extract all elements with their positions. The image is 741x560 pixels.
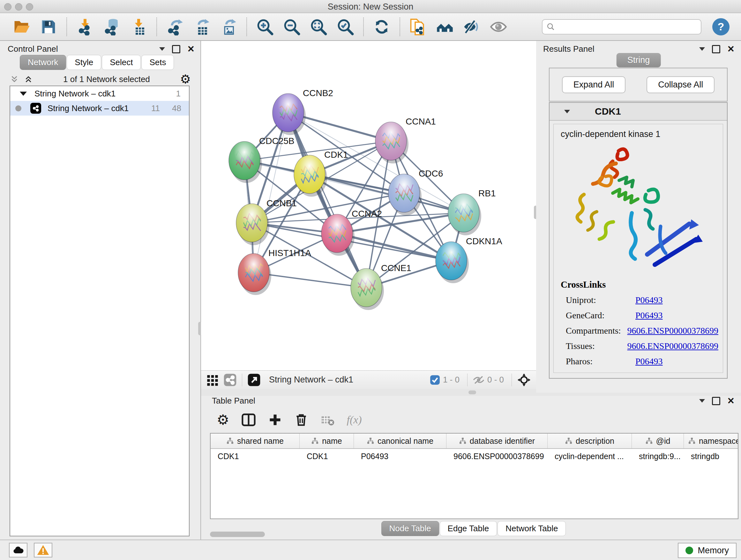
first-neighbors-icon[interactable]: [435, 17, 454, 36]
table-options-gear-icon[interactable]: ⚙: [217, 413, 229, 427]
tab-network-table[interactable]: Network Table: [497, 521, 566, 536]
import-network-file-icon[interactable]: [76, 17, 94, 36]
column-header--id[interactable]: @id: [632, 434, 684, 448]
tab-style[interactable]: Style: [67, 55, 101, 70]
crosslink-link[interactable]: P06493: [635, 295, 663, 305]
network-row[interactable]: String Network – cdk1 11 48: [10, 101, 189, 116]
column-header-name[interactable]: name: [300, 434, 354, 448]
column-header-description[interactable]: description: [548, 434, 632, 448]
zoom-out-icon[interactable]: [282, 17, 301, 36]
node-cdc6[interactable]: CDC6: [388, 169, 443, 215]
zoom-in-icon[interactable]: [256, 17, 274, 36]
birds-eye-view-icon[interactable]: [517, 373, 531, 387]
close-panel-icon[interactable]: ✕: [727, 396, 735, 406]
table-cell[interactable]: CDK1: [211, 449, 300, 463]
collection-label: String Network – cdk1: [35, 89, 116, 99]
float-panel-icon[interactable]: [712, 397, 720, 405]
column-header-shared-name[interactable]: shared name: [211, 434, 300, 448]
import-network-database-icon[interactable]: [103, 17, 121, 36]
node-cdkn1a[interactable]: CDKN1A: [435, 236, 502, 283]
node-label-ccnb1: CCNB1: [266, 198, 297, 208]
table-cell[interactable]: P06493: [354, 449, 447, 463]
tab-select[interactable]: Select: [102, 55, 141, 70]
gene-entry-header[interactable]: CDK1: [549, 103, 727, 121]
table-toolbar: ⚙ f(x): [211, 409, 368, 430]
hide-selected-icon[interactable]: [462, 17, 481, 36]
node-cdk1[interactable]: CDK1: [294, 150, 348, 197]
node-count: 11: [151, 104, 160, 113]
open-in-window-icon[interactable]: [247, 373, 261, 387]
collapse-all-button[interactable]: Collapse All: [647, 76, 715, 93]
tab-edge-table[interactable]: Edge Table: [440, 521, 497, 536]
column-header-database-identifier[interactable]: database identifier: [447, 434, 548, 448]
expand-all-button[interactable]: Expand All: [562, 76, 626, 93]
network-canvas[interactable]: CCNB2CCNA1CDC25BCDK1CDC6RB1CCNB1CCNA2CDK…: [201, 41, 536, 370]
table-cell[interactable]: stringdb: [684, 449, 738, 463]
grid-view-icon[interactable]: [206, 374, 219, 386]
collapse-all-icon[interactable]: [10, 74, 19, 84]
crosslink-link[interactable]: 9606.ENSP00000378699: [627, 326, 718, 336]
separator: [467, 374, 468, 386]
show-graphics-details-icon[interactable]: [489, 17, 508, 36]
node-ccne1[interactable]: CCNE1: [351, 263, 411, 310]
tab-sets[interactable]: Sets: [141, 55, 174, 70]
close-panel-icon[interactable]: ✕: [187, 45, 195, 54]
network-view-icon[interactable]: [223, 373, 237, 387]
zoom-fit-icon[interactable]: [309, 17, 328, 36]
network-options-gear-icon[interactable]: ⚙: [180, 73, 191, 85]
expand-all-icon[interactable]: [23, 74, 33, 84]
panel-menu-icon[interactable]: [699, 399, 705, 402]
tab-node-table[interactable]: Node Table: [381, 521, 439, 536]
close-panel-icon[interactable]: ✕: [727, 45, 735, 54]
zoom-selected-icon[interactable]: [336, 17, 354, 36]
table-cell[interactable]: CDK1: [300, 449, 354, 463]
network-collection-row[interactable]: String Network – cdk1 1: [10, 86, 189, 101]
help-icon[interactable]: ?: [712, 18, 730, 36]
crosslink-link[interactable]: P06493: [635, 356, 663, 367]
collection-count: 1: [176, 89, 181, 99]
warning-status-icon[interactable]: [34, 543, 52, 557]
memory-button[interactable]: Memory: [678, 543, 737, 558]
expander-icon[interactable]: [20, 91, 27, 96]
collapse-entry-icon[interactable]: [564, 110, 570, 113]
separator: [512, 374, 512, 386]
refresh-network-icon[interactable]: [373, 17, 391, 36]
save-session-icon[interactable]: [39, 17, 58, 36]
node-rb1[interactable]: RB1: [448, 188, 495, 235]
edge-ccnb2-ccne1[interactable]: [288, 113, 366, 288]
delete-column-icon[interactable]: [294, 413, 308, 427]
copy-network-icon[interactable]: [409, 17, 427, 36]
add-column-icon[interactable]: [268, 413, 282, 427]
column-header-canonical-name[interactable]: canonical name: [354, 434, 447, 448]
splitter-grip[interactable]: [468, 390, 476, 394]
function-builder-icon[interactable]: f(x): [347, 414, 361, 426]
node-label-cdc25b: CDC25B: [259, 136, 294, 146]
tab-network[interactable]: Network: [20, 55, 66, 70]
export-table-icon[interactable]: [192, 17, 211, 36]
tab-string[interactable]: String: [616, 53, 661, 67]
panel-menu-icon[interactable]: [699, 47, 705, 51]
float-panel-icon[interactable]: [172, 45, 180, 53]
cloud-status-icon[interactable]: [9, 543, 27, 557]
show-columns-icon[interactable]: [241, 413, 256, 427]
table-cell[interactable]: 9606.ENSP00000378699: [447, 449, 548, 463]
delete-table-icon[interactable]: [320, 413, 334, 427]
import-table-file-icon[interactable]: [129, 17, 148, 36]
table-row[interactable]: CDK1CDK1P064939606.ENSP00000378699cyclin…: [211, 449, 738, 463]
export-image-icon[interactable]: [219, 17, 238, 36]
network-tree: String Network – cdk1 1 String Network –…: [10, 85, 190, 537]
crosslink-link[interactable]: 9606.ENSP00000378699: [627, 341, 718, 351]
column-header-namespace[interactable]: namespace: [684, 434, 738, 448]
panel-menu-icon[interactable]: [159, 47, 165, 51]
node-ccnb1[interactable]: CCNB1: [236, 198, 297, 245]
table-cell[interactable]: stringdb:9...: [632, 449, 684, 463]
node-ccnb2[interactable]: CCNB2: [273, 88, 333, 135]
node-cdc25b[interactable]: CDC25B: [229, 136, 294, 183]
float-panel-icon[interactable]: [712, 45, 720, 53]
table-cell[interactable]: cyclin-dependent ...: [548, 449, 632, 463]
export-network-icon[interactable]: [165, 17, 184, 36]
search-input[interactable]: [542, 19, 701, 35]
open-file-icon[interactable]: [12, 17, 31, 36]
crosslink-link[interactable]: P06493: [635, 310, 663, 320]
node-hist1h1a[interactable]: HIST1H1A: [238, 248, 311, 295]
